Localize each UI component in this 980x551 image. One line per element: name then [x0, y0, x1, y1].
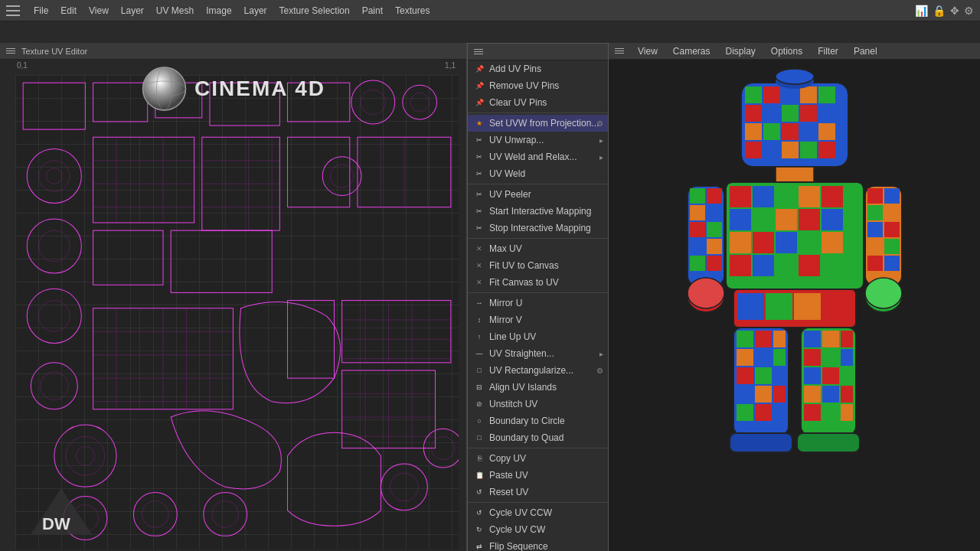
menu-stop-interactive[interactable]: ✂ Stop Interactive Mapping — [468, 220, 608, 236]
svg-rect-91 — [745, 105, 762, 122]
set-uvw-icon: ★ — [474, 118, 485, 129]
svg-rect-191 — [822, 386, 839, 403]
svg-rect-150 — [867, 222, 883, 237]
viewport-menu-display[interactable]: Display — [720, 43, 760, 60]
menu-max-uv[interactable]: ✕ Max UV — [468, 240, 608, 257]
svg-rect-97 — [763, 123, 780, 140]
start-interactive-icon: ✂ — [474, 206, 485, 217]
menu-paste-uv[interactable]: 📋 Paste UV — [468, 467, 608, 484]
uv-editor-hamburger[interactable] — [6, 48, 15, 54]
lock-icon[interactable]: 🔒 — [933, 5, 946, 17]
menu-align-uv-islands[interactable]: ⊟ Align UV Islands — [468, 379, 608, 396]
menu-uv-straighten[interactable]: — UV Straighten... ▸ — [468, 345, 608, 362]
uv-dropdown-menu: 📌 Add UV Pins 📌 Remove UV Pins 📌 Clear U… — [467, 43, 609, 551]
menu-uv-weld[interactable]: ✂ UV Weld — [468, 165, 608, 182]
menu-copy-uv[interactable]: ⎘ Copy UV — [468, 450, 608, 467]
svg-rect-120 — [822, 209, 843, 230]
menu-flip-sequence[interactable]: ⇄ Flip Sequence — [468, 538, 608, 551]
svg-rect-170 — [737, 367, 753, 384]
menu-edit[interactable]: Edit — [54, 0, 83, 21]
svg-rect-87 — [763, 86, 780, 103]
menu-uv-peeler[interactable]: ✂ UV Peeler — [468, 186, 608, 203]
menu-layer[interactable]: Layer — [115, 0, 150, 21]
menu-layer2[interactable]: Layer — [238, 0, 273, 21]
svg-rect-93 — [782, 105, 799, 122]
svg-point-22 — [410, 93, 429, 111]
uv-canvas[interactable]: .uv { stroke: #ff44ff; stroke-width: 1; … — [15, 75, 459, 549]
svg-rect-89 — [800, 86, 817, 103]
stats-icon[interactable]: 📊 — [915, 5, 928, 17]
menu-clear-uv-pins[interactable]: 📌 Clear UV Pins — [468, 94, 608, 111]
svg-rect-16 — [155, 83, 202, 118]
viewport-menu-panel[interactable]: Panel — [849, 43, 882, 60]
svg-rect-142 — [707, 256, 722, 271]
viewport-menu-options[interactable]: Options — [766, 43, 807, 60]
viewport-hamburger[interactable] — [615, 48, 624, 54]
svg-point-44 — [322, 157, 361, 196]
svg-point-81 — [390, 473, 419, 501]
menu-texture-selection[interactable]: Texture Selection — [273, 0, 356, 21]
svg-point-19 — [351, 80, 395, 124]
svg-rect-160 — [766, 293, 792, 320]
svg-rect-101 — [745, 142, 762, 158]
menu-boundary-circle[interactable]: ○ Boundary to Circle — [468, 412, 608, 429]
menu-cycle-uv-cw[interactable]: ↻ Cycle UV CW — [468, 521, 608, 538]
svg-rect-161 — [794, 293, 821, 320]
menu-unstitch-uv[interactable]: ⊘ Unstitch UV — [468, 396, 608, 412]
menu-uv-rectangularize[interactable]: □ UV Rectangularize... ⚙ — [468, 362, 608, 379]
menu-fit-canvas-uv[interactable]: ✕ Fit Canvas to UV — [468, 274, 608, 291]
align-uv-islands-icon: ⊟ — [474, 382, 485, 393]
menu-textures[interactable]: Textures — [389, 0, 436, 21]
svg-point-64 — [212, 501, 239, 528]
menu-reset-uv[interactable]: ↺ Reset UV — [468, 484, 608, 500]
menu-uv-weld-relax[interactable]: ✂ UV Weld and Relax... ▸ — [468, 148, 608, 165]
svg-point-20 — [361, 90, 386, 115]
svg-point-82 — [423, 429, 459, 468]
settings-icon[interactable]: ⚙ — [964, 5, 974, 17]
menu-cycle-uv-ccw[interactable]: ↺ Cycle UV CCW — [468, 504, 608, 521]
viewport-menu-view[interactable]: View — [633, 43, 662, 60]
move-icon[interactable]: ✥ — [950, 5, 959, 17]
menu-uv-unwrap[interactable]: ✂ UV Unwrap... ▸ — [468, 132, 608, 148]
svg-rect-135 — [690, 205, 705, 220]
menu-start-interactive[interactable]: ✂ Start Interactive Mapping — [468, 203, 608, 220]
flip-sequence-icon: ⇄ — [474, 541, 485, 551]
menu-uv-mesh[interactable]: UV Mesh — [150, 0, 200, 21]
viewport-menu-cameras[interactable]: Cameras — [668, 43, 715, 60]
svg-rect-190 — [804, 386, 821, 403]
menu-fit-uv-canvas[interactable]: ✕ Fit UV to Canvas — [468, 257, 608, 274]
uv-menu-header — [468, 44, 608, 60]
svg-rect-182 — [822, 331, 839, 347]
svg-rect-98 — [782, 123, 799, 140]
menu-mirror-u[interactable]: ↔ Mirror U — [468, 295, 608, 311]
uv-canvas-area[interactable]: 0,1 1,1 0,0 1,0 .uv { stroke: #ff44ff; s… — [0, 60, 466, 551]
svg-point-7 — [38, 161, 70, 192]
viewport-menu-filter[interactable]: Filter — [813, 43, 843, 60]
menu-view[interactable]: View — [83, 0, 115, 21]
menu-add-uv-pins[interactable]: 📌 Add UV Pins — [468, 60, 608, 77]
menu-mirror-v[interactable]: ↕ Mirror V — [468, 311, 608, 328]
svg-point-10 — [38, 230, 70, 262]
menu-boundary-quad[interactable]: □ Boundary to Quad — [468, 429, 608, 446]
svg-point-13 — [31, 363, 77, 409]
svg-rect-153 — [884, 239, 900, 254]
svg-rect-104 — [800, 142, 817, 158]
svg-rect-126 — [730, 255, 751, 276]
menu-paint[interactable]: Paint — [356, 0, 389, 21]
hamburger-menu-icon[interactable] — [6, 5, 20, 16]
menu-set-uvw[interactable]: ★ Set UVW from Projection... ⚙ — [468, 115, 608, 132]
svg-rect-86 — [745, 86, 762, 103]
svg-rect-129 — [799, 255, 820, 276]
uv-menu-hamburger[interactable] — [474, 49, 483, 54]
svg-rect-181 — [804, 331, 821, 347]
menu-image[interactable]: Image — [200, 0, 237, 21]
svg-rect-139 — [690, 239, 705, 254]
svg-rect-102 — [763, 142, 780, 158]
divider-5 — [468, 448, 608, 448]
fit-canvas-uv-icon: ✕ — [474, 277, 485, 288]
menu-remove-uv-pins[interactable]: 📌 Remove UV Pins — [468, 77, 608, 94]
menu-line-up-uv[interactable]: ↑ Line Up UV — [468, 328, 608, 345]
svg-rect-94 — [800, 105, 817, 122]
menu-file[interactable]: File — [28, 0, 54, 21]
svg-point-11 — [27, 289, 81, 343]
